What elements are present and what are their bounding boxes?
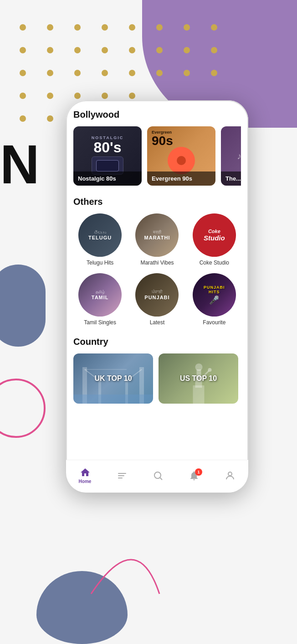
uk-card[interactable]: UK TOP 10	[73, 353, 153, 404]
nav-search[interactable]	[153, 470, 164, 481]
telugu-item[interactable]: తెలుగు TELUGU Telugu Hits	[73, 213, 127, 266]
svg-point-12	[129, 47, 135, 53]
others-grid: తెలుగు TELUGU Telugu Hits मराठी MARATHI	[73, 213, 241, 326]
telugu-circle: తెలుగు TELUGU	[78, 213, 122, 257]
svg-point-13	[156, 47, 163, 53]
us-label: US TOP 10	[180, 374, 217, 383]
svg-point-23	[211, 70, 217, 76]
country-title: Country	[73, 337, 241, 347]
svg-point-0	[20, 24, 26, 31]
coke-item[interactable]: Coke Studio Coke Studio	[188, 213, 241, 266]
notification-badge: 1	[195, 468, 202, 476]
svg-point-44	[208, 368, 211, 372]
svg-point-22	[184, 70, 190, 76]
home-label: Home	[79, 479, 92, 484]
marathi-name: Marathi Vibes	[140, 260, 174, 266]
svg-point-4	[129, 24, 135, 31]
favourite-name: Favourite	[203, 319, 225, 326]
svg-point-18	[74, 70, 81, 76]
svg-point-1	[47, 24, 53, 31]
third-label: The...	[221, 171, 241, 186]
svg-point-5	[156, 24, 163, 31]
tamil-name: Tamil Singles	[84, 319, 116, 326]
tamil-item[interactable]: தமிழ் TAMIL Tamil Singles	[73, 273, 127, 326]
telugu-name: Telugu Hits	[87, 260, 113, 266]
uk-label: UK TOP 10	[94, 374, 132, 383]
svg-point-16	[20, 70, 26, 76]
marathi-circle: मराठी MARATHI	[135, 213, 179, 257]
third-card[interactable]: ♪ The...	[221, 126, 241, 186]
bg-pink-circle	[0, 379, 46, 438]
bollywood-section: Bollywood NOSTALGIC 80's	[73, 109, 241, 186]
svg-rect-38	[73, 395, 153, 404]
svg-point-26	[74, 93, 81, 99]
svg-point-9	[47, 47, 53, 53]
svg-point-19	[102, 70, 108, 76]
svg-point-21	[156, 70, 163, 76]
profile-icon	[225, 470, 236, 481]
svg-point-11	[102, 47, 108, 53]
svg-point-24	[20, 93, 26, 99]
nav-menu[interactable]	[117, 470, 128, 481]
svg-point-17	[47, 70, 53, 76]
others-section: Others తెలుగు TELUGU Telugu Hits	[73, 197, 241, 326]
svg-point-28	[129, 93, 135, 99]
svg-point-29	[20, 115, 26, 122]
country-cards[interactable]: UK TOP 10	[73, 353, 241, 404]
phone-screen: Bollywood NOSTALGIC 80's	[66, 100, 248, 493]
svg-point-6	[184, 24, 190, 31]
svg-point-8	[20, 47, 26, 53]
svg-point-10	[74, 47, 81, 53]
svg-rect-47	[118, 478, 123, 478]
favourite-circle: PUNJABI HITS 🎤	[193, 273, 236, 317]
nav-profile[interactable]	[225, 470, 236, 481]
bg-n-letter: N	[0, 137, 40, 192]
coke-name: Coke Studio	[200, 260, 229, 266]
svg-point-15	[211, 47, 217, 53]
scroll-content[interactable]: Bollywood NOSTALGIC 80's	[66, 100, 248, 460]
svg-point-50	[228, 472, 232, 476]
svg-point-7	[211, 24, 217, 31]
bollywood-title: Bollywood	[73, 109, 241, 120]
nav-home[interactable]: Home	[79, 467, 92, 484]
svg-point-14	[184, 47, 190, 53]
latest-item[interactable]: ਪੰਜਾਬੀ PUNJABI Latest	[130, 273, 184, 326]
evergreen-card[interactable]: Evergreen 90s Evergreen 90s	[147, 126, 215, 186]
tamil-circle: தமிழ் TAMIL	[78, 273, 122, 317]
country-section: Country	[73, 337, 241, 404]
svg-point-48	[154, 472, 161, 478]
coke-circle: Coke Studio	[193, 213, 236, 257]
latest-circle: ਪੰਜਾਬੀ PUNJABI	[135, 273, 179, 317]
bg-blue-blob	[0, 265, 46, 347]
svg-point-2	[74, 24, 81, 31]
bg-pink-line	[68, 503, 182, 617]
others-title: Others	[73, 197, 241, 207]
svg-rect-46	[118, 475, 124, 476]
svg-point-42	[195, 364, 202, 371]
favourite-item[interactable]: PUNJABI HITS 🎤 Favourite	[188, 273, 241, 326]
svg-point-25	[47, 93, 53, 99]
svg-point-30	[47, 115, 53, 122]
evergreen-label: Evergreen 90s	[147, 171, 215, 186]
svg-rect-39	[193, 385, 204, 404]
svg-line-49	[160, 478, 162, 480]
svg-rect-45	[118, 473, 126, 474]
latest-name: Latest	[150, 319, 165, 326]
svg-point-27	[102, 93, 108, 99]
marathi-item[interactable]: मराठी MARATHI Marathi Vibes	[130, 213, 184, 266]
svg-point-3	[102, 24, 108, 31]
us-card[interactable]: US TOP 10	[159, 353, 238, 404]
nostalgic-label: Nostalgic 80s	[73, 171, 142, 186]
nav-bell[interactable]: 1	[189, 470, 200, 481]
bollywood-scroll[interactable]: NOSTALGIC 80's Nostalgic 80s	[73, 126, 241, 186]
nostalgic-card[interactable]: NOSTALGIC 80's Nostalgic 80s	[73, 126, 142, 186]
search-icon	[153, 470, 164, 481]
phone-frame: Bollywood NOSTALGIC 80's	[66, 100, 248, 493]
bottom-nav: Home 1	[66, 460, 248, 493]
home-icon	[80, 467, 91, 478]
svg-point-20	[129, 70, 135, 76]
menu-icon	[117, 470, 128, 481]
